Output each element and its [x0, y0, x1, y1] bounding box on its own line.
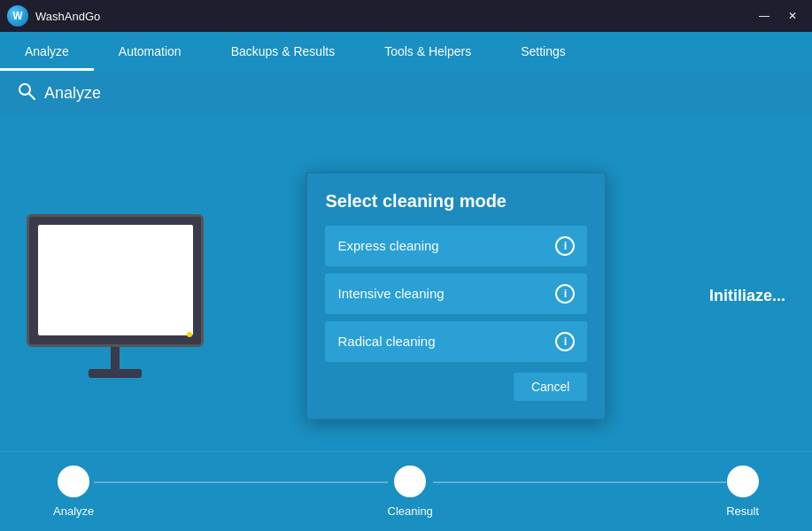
dialog-title: Select cleaning mode: [325, 191, 587, 212]
search-label: Analyze: [44, 84, 101, 103]
progress-line-2: [433, 481, 726, 483]
monitor-stand: [111, 347, 120, 369]
close-button[interactable]: ✕: [780, 7, 805, 25]
app-title: WashAndGo: [35, 10, 100, 23]
step-circle-analyze: [58, 466, 89, 497]
title-bar: W WashAndGo — ✕: [0, 0, 812, 32]
step-analyze: Analyze: [53, 466, 94, 518]
search-icon: [18, 82, 35, 104]
express-info-icon[interactable]: i: [555, 236, 575, 256]
step-label-result: Result: [726, 504, 759, 518]
cancel-button[interactable]: Cancel: [514, 373, 588, 401]
minimize-button[interactable]: —: [752, 7, 777, 25]
dialog-footer: Cancel: [325, 369, 587, 401]
radical-info-icon[interactable]: i: [555, 332, 575, 351]
progress-line-1: [94, 481, 387, 483]
intensive-cleaning-button[interactable]: Intensive cleaning i: [325, 273, 587, 314]
nav-bar: Analyze Automation Backups & Results Too…: [0, 32, 812, 73]
monitor-illustration: [27, 214, 204, 378]
cleaning-mode-dialog: Select cleaning mode Express cleaning i …: [305, 172, 607, 420]
monitor-body: [27, 214, 204, 347]
step-result: Result: [726, 466, 759, 518]
tab-tools[interactable]: Tools & Helpers: [360, 32, 496, 71]
radical-cleaning-button[interactable]: Radical cleaning i: [325, 321, 587, 362]
window-controls: — ✕: [752, 7, 805, 25]
monitor-screen: [38, 225, 193, 335]
svg-line-1: [29, 94, 35, 99]
step-circle-result: [727, 466, 759, 497]
title-bar-left: W WashAndGo: [7, 5, 100, 27]
step-cleaning: Cleaning: [388, 466, 433, 518]
monitor-base: [89, 369, 142, 378]
express-cleaning-button[interactable]: Express cleaning i: [325, 226, 587, 266]
step-label-analyze: Analyze: [53, 504, 94, 518]
progress-bar: Analyze Cleaning Result: [0, 451, 812, 531]
step-circle-cleaning: [394, 466, 426, 497]
main-content: Select cleaning mode Express cleaning i …: [0, 113, 812, 451]
intensive-info-icon[interactable]: i: [555, 284, 575, 304]
tab-automation[interactable]: Automation: [94, 32, 206, 71]
search-bar: Analyze: [0, 73, 812, 113]
monitor-light: [187, 332, 192, 337]
tab-analyze[interactable]: Analyze: [0, 32, 94, 71]
step-label-cleaning: Cleaning: [388, 504, 433, 518]
svg-point-0: [19, 84, 30, 95]
app-logo: W: [7, 5, 28, 27]
tab-backups[interactable]: Backups & Results: [206, 32, 360, 71]
tab-settings[interactable]: Settings: [496, 32, 591, 71]
initialize-text: Initiliaze...: [709, 287, 785, 305]
